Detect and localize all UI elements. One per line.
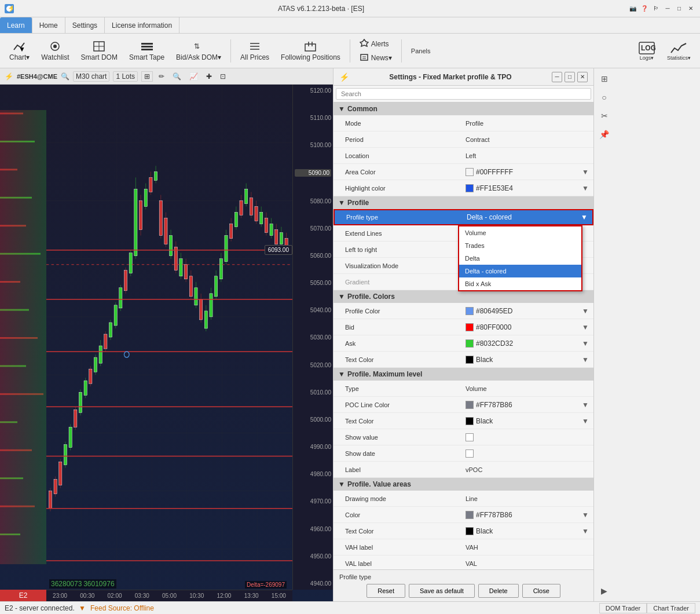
toolbar-smart-tape[interactable]: Smart Tape <box>124 38 169 64</box>
settings-row-text-color-3[interactable]: Text Color Black ▼ <box>333 523 593 539</box>
dialog-icon: ⚡ <box>339 72 349 82</box>
dom-trader-tab[interactable]: DOM Trader <box>599 603 647 613</box>
dropdown-option-delta[interactable]: Delta <box>459 252 581 265</box>
camera-btn[interactable]: 📷 <box>628 4 637 13</box>
dialog-close-btn[interactable]: ✕ <box>577 72 588 82</box>
toolbar-watchlist[interactable]: Watchlist <box>36 38 74 64</box>
toolbar-smart-dom[interactable]: Smart DOM <box>76 38 122 64</box>
show-date-checkbox[interactable] <box>466 449 474 458</box>
value-type: Volume <box>461 383 593 394</box>
dialog-maximize-btn[interactable]: □ <box>565 72 575 82</box>
expand-btn[interactable]: ⊞ <box>596 71 613 87</box>
value-poc-line-color: #FF787B86 ▼ <box>461 399 593 411</box>
price-label-10: 5020.00 <box>295 362 331 368</box>
section-profile-colors-header[interactable]: ▼ Profile. Colors <box>333 290 593 303</box>
svg-rect-9 <box>141 46 153 47</box>
chart-line-icon[interactable]: 📈 <box>187 72 200 81</box>
settings-row-area-color[interactable]: Area Color #00FFFFFF ▼ <box>333 164 593 180</box>
toolbar-following-positions[interactable]: Following Positions <box>276 38 345 64</box>
dialog-title-bar: ⚡ Settings - Fixed Market profile & TPO … <box>333 68 593 86</box>
section-common-header[interactable]: ▼ Common <box>333 103 593 115</box>
settings-row-show-date[interactable]: Show date <box>333 445 593 462</box>
panels-label: Panels <box>406 47 435 54</box>
maximize-btn[interactable]: □ <box>675 4 684 13</box>
close-btn-main[interactable]: ✕ <box>686 4 695 13</box>
area-color-swatch <box>466 168 474 176</box>
settings-row-color[interactable]: Color #FF787B86 ▼ <box>333 507 593 523</box>
toolbar-news[interactable]: News▾ <box>355 52 397 64</box>
price-label-11: 5010.00 <box>295 389 331 396</box>
time-label-9: 15:00 <box>272 593 286 599</box>
toolbar-all-prices[interactable]: All Prices <box>236 38 274 64</box>
chart-layout-icon[interactable]: ⊡ <box>218 72 228 81</box>
save-as-default-button[interactable]: Save as default <box>409 584 475 598</box>
tab-home[interactable]: Home <box>32 17 65 33</box>
text-color-3-arrow: ▼ <box>582 527 589 535</box>
toolbar-chart[interactable]: ▼ Chart▾ <box>5 38 34 64</box>
dropdown-option-delta-colored[interactable]: Delta - colored <box>459 265 581 277</box>
chart-trader-tab[interactable]: Chart Trader <box>647 603 695 613</box>
close-button[interactable]: Close <box>522 584 560 598</box>
settings-row-vah-label: VAH label VAH <box>333 539 593 555</box>
tab-learn[interactable]: Learn <box>0 17 32 33</box>
show-value-checkbox[interactable] <box>466 433 474 441</box>
chart-toolbar: ⚡ #ESH4@CME 🔍 M30 chart 1 Lots ⊞ ✏ 🔍 📈 ✚… <box>0 68 333 85</box>
section-profile-header[interactable]: ▼ Profile <box>333 196 593 209</box>
chart-search-icon: 🔍 <box>61 72 69 81</box>
tab-settings[interactable]: Settings <box>65 17 105 33</box>
chart-draw-icon[interactable]: ✏ <box>156 72 167 81</box>
bid-color-text: #80FF0000 <box>476 323 511 331</box>
toolbar-log[interactable]: LOG Logs▾ <box>633 39 660 63</box>
highlight-color-arrow: ▼ <box>582 184 589 192</box>
circle-btn[interactable]: ○ <box>596 89 613 105</box>
price-label-5: 5070.00 <box>295 225 331 232</box>
settings-row-profile-color[interactable]: Profile Color #806495ED ▼ <box>333 303 593 319</box>
settings-row-poc-line-color[interactable]: POC Line Color #FF787B86 ▼ <box>333 397 593 413</box>
chart-zoom-icon[interactable]: 🔍 <box>170 72 184 81</box>
label-label: Label <box>333 464 461 476</box>
section-value-areas-label: Profile. Value areas <box>347 480 411 488</box>
toolbar-alerts-label: Alerts <box>371 40 389 48</box>
price-label-7: 5050.00 <box>295 280 331 286</box>
pin-btn[interactable]: 📌 <box>596 126 613 142</box>
settings-row-text-color-1[interactable]: Text Color Black ▼ <box>333 352 593 368</box>
settings-row-highlight-color[interactable]: Highlight color #FF1E53E4 ▼ <box>333 180 593 196</box>
price-label-2: 5110.00 <box>295 115 331 121</box>
delete-button[interactable]: Delete <box>478 584 519 598</box>
chart-lots[interactable]: 1 Lots <box>113 71 138 82</box>
toolbar-alerts[interactable]: Alerts <box>355 38 397 50</box>
svg-point-4 <box>53 45 57 48</box>
section-value-areas-header[interactable]: ▼ Profile. Value areas <box>333 478 593 491</box>
minimize-btn[interactable]: ─ <box>663 4 672 13</box>
dropdown-option-trades[interactable]: Trades <box>459 239 581 252</box>
chart-view-icon[interactable]: ⊞ <box>141 71 153 82</box>
play-btn[interactable]: ▶ <box>596 583 613 599</box>
settings-row-show-value[interactable]: Show value <box>333 429 593 445</box>
reset-button[interactable]: Reset <box>367 584 405 598</box>
dialog-status: Profile type <box>339 573 588 580</box>
settings-row-ask[interactable]: Ask #8032CD32 ▼ <box>333 335 593 352</box>
svg-rect-10 <box>141 49 153 50</box>
dialog-minimize-btn[interactable]: ─ <box>552 72 562 82</box>
dialog-search-input[interactable] <box>336 88 591 100</box>
tab-license[interactable]: License information <box>105 17 179 33</box>
settings-row-text-color-2[interactable]: Text Color Black ▼ <box>333 413 593 429</box>
dropdown-option-bid-ask[interactable]: Bid x Ask <box>459 277 581 290</box>
label-left-to-right: Left to right <box>333 244 461 255</box>
chart-cross-icon[interactable]: ✚ <box>204 72 214 81</box>
section-max-level-header[interactable]: ▼ Profile. Maximum level <box>333 368 593 381</box>
toolbar-bid-ask[interactable]: ⇅ Bid/Ask DOM▾ <box>171 38 226 64</box>
value-ask: #8032CD32 ▼ <box>461 337 593 350</box>
price-label-6: 5060.00 <box>295 253 331 259</box>
settings-row-location: Location Left <box>333 148 593 164</box>
toolbar-statistics[interactable]: Statistics▾ <box>662 39 695 63</box>
label-area-color: Area Color <box>333 166 461 178</box>
help-btn[interactable]: ❓ <box>640 4 649 13</box>
chart-timeframe[interactable]: M30 chart <box>73 71 109 82</box>
scissor-btn[interactable]: ✂ <box>596 108 613 124</box>
flag-btn[interactable]: 🏳 <box>651 4 661 13</box>
dropdown-option-volume[interactable]: Volume <box>459 226 581 239</box>
settings-row-profile-type[interactable]: Profile type Delta - colored ▼ <box>333 209 593 225</box>
settings-row-bid[interactable]: Bid #80FF0000 ▼ <box>333 319 593 335</box>
value-show-value <box>461 431 593 444</box>
